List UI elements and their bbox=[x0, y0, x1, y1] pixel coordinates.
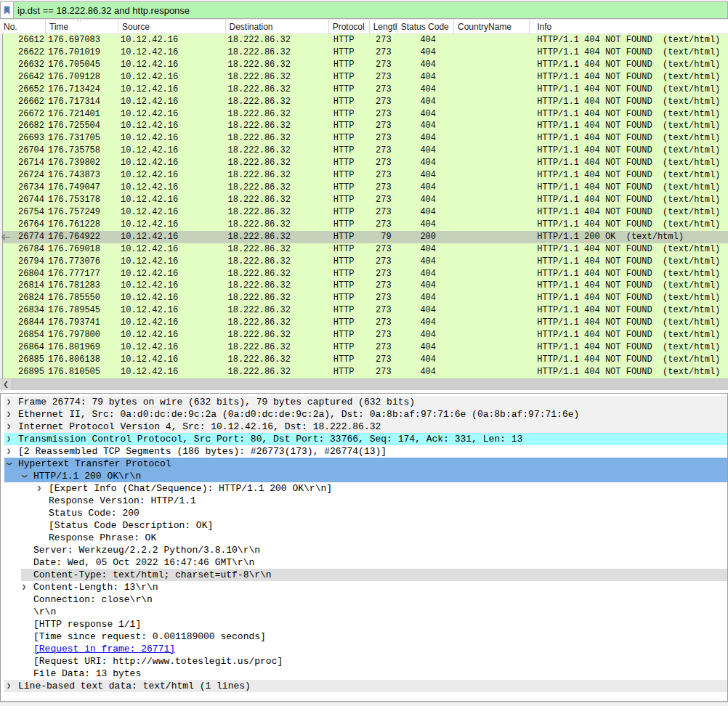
packet-row[interactable]: 26642176.70912810.12.42.1618.222.86.32HT… bbox=[0, 71, 728, 84]
packet-row[interactable]: 26804176.77717710.12.42.1618.222.86.32HT… bbox=[0, 268, 728, 280]
collapse-chevron-icon[interactable]: ❯ bbox=[22, 470, 33, 482]
column-header-source[interactable]: Source bbox=[118, 20, 226, 33]
column-header-time[interactable]: Time^ bbox=[46, 20, 118, 33]
packet-list: 26612176.69708310.12.42.1618.222.86.32HT… bbox=[0, 34, 728, 378]
detail-row[interactable]: [Request in frame: 26771] bbox=[1, 643, 727, 655]
packet-row[interactable]: 26672176.72140110.12.42.1618.222.86.32HT… bbox=[0, 108, 728, 121]
request-in-frame-link[interactable]: [Request in frame: 26771] bbox=[33, 643, 175, 655]
detail-row[interactable]: Status Code: 200 bbox=[1, 507, 727, 519]
cell-time: 176.749047 bbox=[46, 182, 118, 194]
detail-row[interactable]: ❯Content-Length: 13\r\n bbox=[1, 581, 727, 593]
detail-row[interactable]: Response Version: HTTP/1.1 bbox=[1, 495, 727, 507]
packet-row[interactable]: 26814176.78128310.12.42.1618.222.86.32HT… bbox=[0, 280, 728, 292]
detail-row[interactable]: Date: Wed, 05 Oct 2022 16:47:46 GMT\r\n bbox=[1, 556, 727, 569]
packet-row[interactable]: 26612176.69708310.12.42.1618.222.86.32HT… bbox=[0, 34, 728, 46]
detail-row[interactable]: ❯Frame 26774: 79 bytes on wire (632 bits… bbox=[1, 396, 727, 408]
sort-ascending-icon: ^ bbox=[78, 20, 81, 25]
detail-row[interactable]: ❯Internet Protocol Version 4, Src: 10.12… bbox=[1, 421, 727, 433]
detail-row[interactable]: ❯Transmission Control Protocol, Src Port… bbox=[1, 433, 727, 445]
cell-country-name bbox=[454, 157, 530, 169]
detail-row[interactable]: Response Phrase: OK bbox=[1, 532, 727, 544]
packet-row[interactable]: 26794176.77307610.12.42.1618.222.86.32HT… bbox=[0, 256, 728, 268]
packet-row[interactable]: 26744176.75317810.12.42.1618.222.86.32HT… bbox=[0, 194, 728, 206]
detail-row[interactable]: \r\n bbox=[1, 606, 727, 618]
packet-row[interactable]: 26693176.73170510.12.42.1618.222.86.32HT… bbox=[0, 132, 728, 145]
scrollbar-thumb[interactable] bbox=[12, 379, 728, 390]
expand-chevron-icon[interactable]: ❯ bbox=[7, 445, 18, 458]
column-header-length[interactable]: Length bbox=[370, 20, 397, 33]
expand-chevron-icon[interactable]: ❯ bbox=[7, 408, 18, 421]
column-header-label: Length bbox=[373, 22, 397, 32]
packet-row[interactable]: 26704176.73575810.12.42.1618.222.86.32HT… bbox=[0, 145, 728, 157]
packet-row[interactable]: 26895176.81050510.12.42.1618.222.86.32HT… bbox=[0, 366, 728, 378]
column-header-countryname[interactable]: CountryName bbox=[454, 20, 530, 33]
detail-text: Internet Protocol Version 4, Src: 10.12.… bbox=[18, 421, 381, 433]
cell-protocol: HTTP bbox=[329, 145, 370, 157]
detail-row[interactable]: [Status Code Description: OK] bbox=[1, 519, 727, 532]
packet-row[interactable]: 26764176.76122810.12.42.1618.222.86.32HT… bbox=[0, 219, 728, 231]
cell-time: 176.717314 bbox=[46, 96, 118, 108]
cell-destination: 18.222.86.32 bbox=[226, 341, 329, 354]
horizontal-scrollbar[interactable]: ❮ bbox=[0, 378, 728, 390]
expand-chevron-icon[interactable]: ❯ bbox=[7, 421, 18, 433]
packet-row[interactable]: 26834176.78954510.12.42.1618.222.86.32HT… bbox=[0, 304, 728, 317]
detail-text: HTTP/1.1 200 OK\r\n bbox=[33, 470, 141, 482]
packet-row[interactable]: 26844176.79374110.12.42.1618.222.86.32HT… bbox=[0, 317, 728, 329]
detail-row[interactable]: ❯Ethernet II, Src: 0a:d0:dc:de:9c:2a (0a… bbox=[1, 408, 727, 421]
detail-row[interactable]: Server: Werkzeug/2.2.2 Python/3.8.10\r\n bbox=[1, 544, 727, 556]
packet-row[interactable]: 26662176.71731410.12.42.1618.222.86.32HT… bbox=[0, 96, 728, 108]
cell-source: 10.12.42.16 bbox=[118, 59, 226, 71]
cell-status-code: 404 bbox=[397, 182, 454, 194]
packet-row[interactable]: 26824176.78555010.12.42.1618.222.86.32HT… bbox=[0, 292, 728, 304]
cell-protocol: HTTP bbox=[329, 34, 370, 46]
expand-chevron-icon[interactable]: ❯ bbox=[37, 482, 49, 495]
detail-row[interactable]: File Data: 13 bytes bbox=[1, 668, 727, 680]
packet-row[interactable]: 26622176.70101910.12.42.1618.222.86.32HT… bbox=[0, 46, 728, 59]
detail-row[interactable]: ❯[2 Reassembled TCP Segments (186 bytes)… bbox=[1, 445, 727, 458]
cell-status-code: 404 bbox=[397, 354, 454, 366]
detail-row[interactable]: [HTTP response 1/1] bbox=[1, 618, 727, 630]
detail-row[interactable]: ❯Hypertext Transfer Protocol bbox=[1, 458, 727, 470]
packet-row[interactable]: 26885176.80613810.12.42.1618.222.86.32HT… bbox=[0, 354, 728, 366]
scroll-left-button[interactable]: ❮ bbox=[0, 379, 12, 390]
cell-status-code: 404 bbox=[397, 206, 454, 219]
indent-spacer bbox=[1, 500, 37, 501]
column-header-statuscode[interactable]: Status Code bbox=[397, 20, 454, 33]
indent-spacer bbox=[1, 550, 22, 551]
detail-row[interactable]: ❯Line-based text data: text/html (1 line… bbox=[1, 680, 727, 692]
expand-chevron-icon[interactable]: ❯ bbox=[22, 581, 33, 593]
packet-row[interactable]: 26682176.72550410.12.42.1618.222.86.32HT… bbox=[0, 120, 728, 132]
detail-row[interactable]: Connection: close\r\n bbox=[1, 593, 727, 606]
packet-row[interactable]: 26864176.80196910.12.42.1618.222.86.32HT… bbox=[0, 341, 728, 354]
column-header-info[interactable]: Info bbox=[530, 20, 728, 33]
detail-row[interactable]: ❯[Expert Info (Chat/Sequence): HTTP/1.1 … bbox=[1, 482, 727, 495]
expand-chevron-icon[interactable]: ❯ bbox=[7, 680, 18, 692]
packet-row[interactable]: 26714176.73980210.12.42.1618.222.86.32HT… bbox=[0, 157, 728, 169]
packet-row[interactable]: 26754176.75724910.12.42.1618.222.86.32HT… bbox=[0, 206, 728, 219]
expand-chevron-icon[interactable]: ❯ bbox=[7, 396, 18, 408]
packet-row[interactable]: 26784176.76901810.12.42.1618.222.86.32HT… bbox=[0, 243, 728, 256]
detail-row[interactable]: [Time since request: 0.001189000 seconds… bbox=[1, 630, 727, 643]
column-header-protocol[interactable]: Protocol bbox=[329, 20, 370, 33]
expand-chevron-icon[interactable]: ❯ bbox=[7, 433, 18, 445]
detail-text: [Expert Info (Chat/Sequence): HTTP/1.1 2… bbox=[49, 482, 332, 495]
column-header-destination[interactable]: Destination bbox=[226, 20, 329, 33]
detail-row[interactable]: Content-Type: text/html; charset=utf-8\r… bbox=[1, 569, 727, 581]
cell-protocol: HTTP bbox=[329, 341, 370, 354]
packet-row[interactable]: 26774176.76492210.12.42.1618.222.86.32HT… bbox=[0, 231, 728, 243]
filter-bookmark-button[interactable] bbox=[0, 1, 14, 19]
cell-no: 26754 bbox=[3, 206, 46, 219]
packet-row[interactable]: 26854176.79780010.12.42.1618.222.86.32HT… bbox=[0, 329, 728, 341]
detail-row[interactable]: ❯HTTP/1.1 200 OK\r\n bbox=[1, 470, 727, 482]
packet-row[interactable]: 26724176.74387310.12.42.1618.222.86.32HT… bbox=[0, 169, 728, 182]
column-header-no[interactable]: No. bbox=[0, 20, 46, 33]
collapse-chevron-icon[interactable]: ❯ bbox=[7, 458, 18, 470]
display-filter-input[interactable]: ip.dst == 18.222.86.32 and http.response bbox=[14, 1, 728, 19]
detail-row[interactable]: [Request URI: http://www.toteslegit.us/p… bbox=[1, 655, 727, 668]
packet-row[interactable]: 26734176.74904710.12.42.1618.222.86.32HT… bbox=[0, 182, 728, 194]
cell-protocol: HTTP bbox=[329, 182, 370, 194]
cell-source: 10.12.42.16 bbox=[118, 108, 226, 121]
packet-row[interactable]: 26652176.71342410.12.42.1618.222.86.32HT… bbox=[0, 84, 728, 96]
packet-row[interactable]: 26632176.70504510.12.42.1618.222.86.32HT… bbox=[0, 59, 728, 71]
cell-status-code: 404 bbox=[397, 256, 454, 268]
